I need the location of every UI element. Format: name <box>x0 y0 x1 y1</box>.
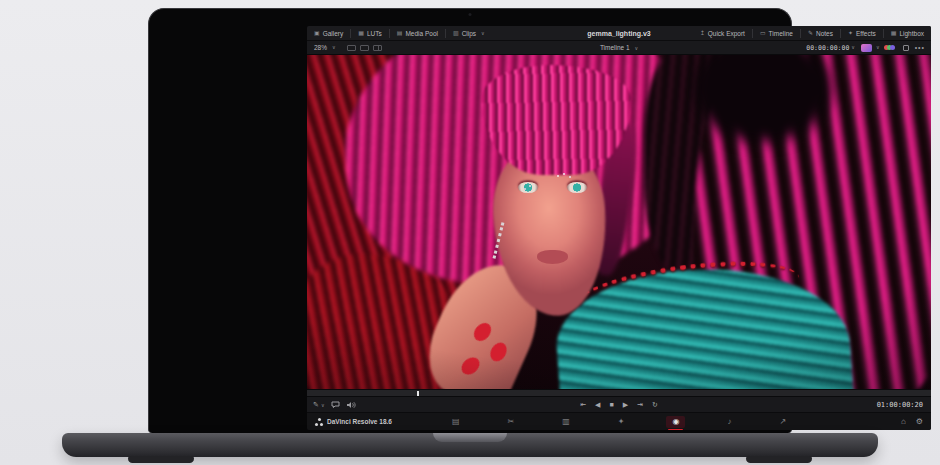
page-tab-edit[interactable]: ▥ <box>556 416 576 428</box>
lightbox-button[interactable]: ▦ Lightbox <box>884 26 931 40</box>
page-tab-fairlight[interactable]: ♪ <box>721 416 737 428</box>
page-tab-deliver[interactable]: ↗ <box>773 416 792 428</box>
davinci-resolve-window: ▣ Gallery ▦ LUTs ▤ Media Pool <box>307 26 931 430</box>
effects-icon: ✦ <box>848 30 853 36</box>
gear-icon[interactable]: ⚙ <box>916 417 923 426</box>
effects-button[interactable]: ✦ Effects <box>841 26 883 40</box>
page-navigation-bar: DaVinci Resolve 18.6 ▤ ✂ ▥ ✦ ◉ ♪ ↗ ⌂ ⚙ <box>307 413 931 430</box>
luts-button[interactable]: ▦ LUTs <box>351 26 388 40</box>
timeline-scrubber[interactable] <box>307 389 931 397</box>
timeline-select[interactable]: Timeline 1 ∨ <box>307 44 931 51</box>
page-tab-color[interactable]: ◉ <box>666 416 685 428</box>
page-tab-media[interactable]: ▤ <box>446 416 466 428</box>
desktop-background: ▣ Gallery ▦ LUTs ▤ Media Pool <box>0 0 940 465</box>
timeline-label: Timeline <box>769 30 793 37</box>
quick-export-button[interactable]: ↥ Quick Export <box>693 26 752 40</box>
timeline-button[interactable]: ▭ Timeline <box>753 26 800 40</box>
page-tab-fusion[interactable]: ✦ <box>612 416 631 428</box>
note-bubble-icon[interactable] <box>331 401 340 409</box>
annotation-tools: ✎∨ <box>313 401 356 409</box>
toolbar-right-group: ↥ Quick Export ▭ Timeline ✎ Notes <box>693 26 931 40</box>
lightbox-icon: ▦ <box>891 30 897 36</box>
lightbox-label: Lightbox <box>899 30 924 37</box>
davinci-resolve-logo-icon <box>315 418 323 426</box>
notes-icon: ✎ <box>808 30 813 36</box>
toolbar-left-group: ▣ Gallery ▦ LUTs ▤ Media Pool <box>307 26 492 40</box>
clips-icon: ▥ <box>453 30 459 36</box>
chevron-down-icon: ∨ <box>634 45 638 51</box>
effects-label: Effects <box>856 30 876 37</box>
home-icon[interactable]: ⌂ <box>901 417 906 426</box>
chevron-down-icon: ∨ <box>481 31 485 36</box>
playhead-marker[interactable] <box>417 391 419 396</box>
viewer-toolbar: 28% ∨ Timeline 1 ∨ 00:00:00:00 ∨ ∨ <box>307 41 931 55</box>
notes-label: Notes <box>816 30 833 37</box>
clips-label: Clips <box>462 30 476 37</box>
pencil-icon: ✎ <box>313 401 319 408</box>
top-toolbar: ▣ Gallery ▦ LUTs ▤ Media Pool <box>307 26 931 41</box>
clips-button[interactable]: ▥ Clips ∨ <box>446 26 492 40</box>
media-pool-icon: ▤ <box>397 30 403 36</box>
color-viewer[interactable] <box>307 55 931 389</box>
timeline-icon: ▭ <box>760 30 766 36</box>
webcam-icon <box>469 13 472 16</box>
quick-export-label: Quick Export <box>708 30 745 37</box>
macbook-foot <box>746 456 812 463</box>
timeline-name: Timeline 1 <box>600 44 630 51</box>
app-version-label: DaVinci Resolve 18.6 <box>327 418 392 425</box>
stop-button[interactable]: ■ <box>609 401 613 408</box>
app-brand: DaVinci Resolve 18.6 <box>315 418 392 426</box>
play-reverse-button[interactable]: ◀ <box>595 401 600 408</box>
skip-to-last-button[interactable]: ⇥ <box>637 401 643 408</box>
transport-controls: ⇤ ◀ ■ ▶ ⇥ ↻ <box>580 401 658 408</box>
notes-button[interactable]: ✎ Notes <box>801 26 840 40</box>
macbook-foot <box>128 456 194 463</box>
speaker-icon[interactable] <box>346 401 356 409</box>
macbook-base <box>62 433 878 457</box>
gallery-label: Gallery <box>323 30 344 37</box>
luts-icon: ▦ <box>358 30 364 36</box>
transport-bar: ✎∨ ⇤ ◀ ■ ▶ ⇥ ↻ <box>307 397 931 413</box>
gallery-icon: ▣ <box>314 30 320 36</box>
footer-right-icons: ⌂ ⚙ <box>901 417 923 426</box>
draw-annotation-button[interactable]: ✎∨ <box>313 401 325 408</box>
luts-label: LUTs <box>367 30 382 37</box>
quick-export-icon: ↥ <box>700 30 705 36</box>
vignette-overlay <box>307 55 931 389</box>
gallery-button[interactable]: ▣ Gallery <box>307 26 350 40</box>
loop-button[interactable]: ↻ <box>652 401 658 408</box>
media-pool-label: Media Pool <box>405 30 438 37</box>
page-tabs: ▤ ✂ ▥ ✦ ◉ ♪ ↗ <box>446 416 792 428</box>
play-button[interactable]: ▶ <box>623 401 628 408</box>
chevron-down-icon: ∨ <box>321 402 325 408</box>
current-timecode: 01:00:00:20 <box>877 401 923 409</box>
lid-lift-notch <box>433 433 507 442</box>
media-pool-button[interactable]: ▤ Media Pool <box>390 26 445 40</box>
page-tab-cut[interactable]: ✂ <box>501 416 520 428</box>
skip-to-first-button[interactable]: ⇤ <box>580 401 586 408</box>
macbook-lid: ▣ Gallery ▦ LUTs ▤ Media Pool <box>148 8 792 433</box>
